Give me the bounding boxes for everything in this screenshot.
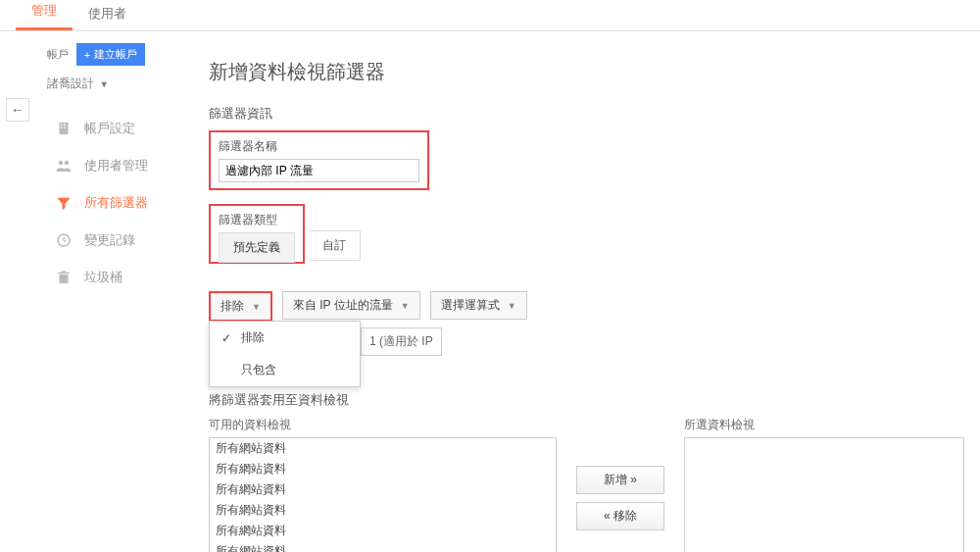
nav-label: 所有篩選器 — [84, 194, 148, 212]
trash-icon — [55, 269, 73, 286]
tab-admin[interactable]: 管理 — [16, 0, 73, 30]
account-selected-name: 諸喬設計 — [47, 75, 94, 92]
back-button[interactable]: ← — [6, 98, 29, 122]
create-account-button[interactable]: + 建立帳戶 — [76, 43, 145, 66]
chevron-down-icon: ▼ — [100, 79, 109, 89]
selected-views-list[interactable] — [684, 437, 964, 552]
add-button[interactable]: 新增 » — [576, 466, 664, 494]
list-item[interactable]: 所有網站資料 — [210, 459, 556, 479]
nav-label: 變更記錄 — [84, 231, 135, 249]
exclude-dropdown-menu: ✓ 排除 只包含 — [209, 321, 361, 387]
nav-trash[interactable]: 垃圾桶 — [47, 259, 203, 296]
nav-change-log[interactable]: 變更記錄 — [47, 222, 203, 259]
nav-account-settings[interactable]: 帳戶設定 — [47, 110, 203, 147]
svg-rect-10 — [62, 271, 67, 273]
traffic-source-dropdown[interactable]: 來自 IP 位址的流量 ▼ — [282, 291, 420, 320]
list-item[interactable]: 所有網站資料 — [210, 438, 556, 459]
nav-label: 帳戶設定 — [84, 120, 135, 137]
menu-item-exclude[interactable]: ✓ 排除 — [210, 322, 360, 354]
svg-point-5 — [59, 161, 64, 166]
svg-rect-8 — [59, 275, 68, 283]
menu-item-label: 只包含 — [241, 362, 276, 378]
expression-dropdown[interactable]: 選擇運算式 ▼ — [430, 291, 527, 320]
history-icon — [55, 231, 73, 249]
list-item[interactable]: 所有網站資料 — [210, 521, 556, 541]
svg-point-6 — [65, 161, 70, 166]
remove-button[interactable]: « 移除 — [576, 502, 664, 530]
dropdown-value: 來自 IP 位址的流量 — [293, 297, 393, 314]
chevron-down-icon: ▼ — [401, 301, 410, 311]
available-views-list[interactable]: 所有網站資料所有網站資料所有網站資料所有網站資料所有網站資料所有網站資料所有網站… — [209, 437, 557, 552]
chevron-down-icon: ▼ — [508, 301, 516, 311]
filter-name-highlight: 篩選器名稱 — [209, 130, 429, 190]
filter-type-highlight: 篩選器類型 預先定義 — [209, 204, 305, 264]
account-selector[interactable]: 諸喬設計 ▼ — [47, 75, 203, 92]
partial-hint-box: 1 (適用於 IP — [361, 327, 442, 356]
selected-views-label: 所選資料檢視 — [684, 417, 964, 433]
filter-name-input[interactable] — [219, 159, 419, 182]
list-item[interactable]: 所有網站資料 — [210, 500, 556, 521]
check-icon: ✓ — [221, 331, 233, 345]
apply-filter-label: 將篩選器套用至資料檢視 — [209, 391, 964, 409]
page-title: 新增資料檢視篩選器 — [209, 59, 964, 85]
chevron-down-icon: ▼ — [252, 302, 261, 312]
nav-user-management[interactable]: 使用者管理 — [47, 147, 203, 184]
account-label: 帳戶 — [47, 47, 69, 62]
dropdown-value: 排除 — [220, 298, 244, 315]
menu-item-label: 排除 — [241, 329, 265, 346]
create-account-label: 建立帳戶 — [94, 47, 137, 62]
available-views-label: 可用的資料檢視 — [209, 417, 557, 433]
plus-icon: + — [84, 49, 90, 61]
svg-rect-9 — [58, 273, 70, 275]
filter-type-custom[interactable]: 自訂 — [309, 230, 361, 261]
list-item[interactable]: 所有網站資料 — [210, 479, 556, 500]
svg-rect-2 — [64, 125, 66, 126]
funnel-icon — [55, 194, 73, 212]
filter-info-label: 篩選器資訊 — [209, 105, 964, 123]
nav-all-filters[interactable]: 所有篩選器 — [47, 184, 203, 222]
people-icon — [55, 157, 73, 175]
dropdown-value: 選擇運算式 — [441, 297, 500, 314]
tab-users[interactable]: 使用者 — [73, 0, 142, 30]
nav-label: 垃圾桶 — [84, 269, 122, 286]
filter-type-label: 篩選器類型 — [219, 212, 295, 228]
exclude-include-dropdown[interactable]: 排除 ▼ — [209, 291, 272, 322]
menu-item-include[interactable]: 只包含 — [210, 354, 360, 386]
svg-rect-4 — [64, 127, 66, 129]
list-item[interactable]: 所有網站資料 — [210, 541, 556, 552]
svg-rect-1 — [61, 125, 63, 126]
building-icon — [55, 120, 73, 137]
filter-type-predefined[interactable]: 預先定義 — [220, 233, 294, 262]
filter-name-label: 篩選器名稱 — [219, 138, 419, 155]
svg-rect-3 — [61, 127, 63, 129]
nav-label: 使用者管理 — [84, 157, 148, 175]
